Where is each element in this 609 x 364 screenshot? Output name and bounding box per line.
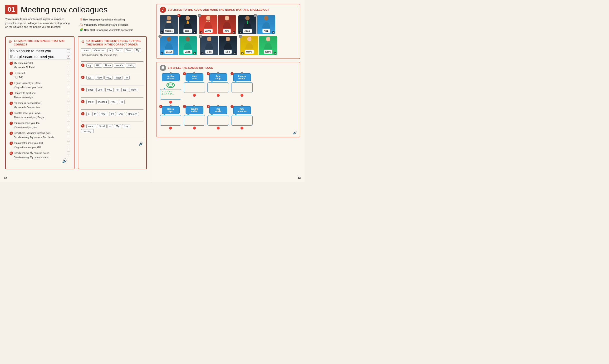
lesson-title: Meeting new colleagues (21, 5, 107, 14)
checkbox-6a[interactable] (67, 112, 70, 115)
item-num-6: 6 (207, 105, 210, 108)
spell-item-1: 1 AlexHann 🔴 (184, 73, 205, 104)
answer-line-3 (81, 93, 144, 98)
checkbox-5b[interactable] (67, 106, 70, 109)
exercise-1-2-box: ⚙ 1.2 REWRITE THE SENTENCES, PUTTING THE… (78, 36, 147, 169)
word-chip: meet (86, 100, 95, 104)
name-pair-1: 1 Jayne A (199, 15, 236, 34)
checkbox-2a[interactable] (67, 72, 70, 75)
word-chip: meet (99, 112, 108, 116)
word-bank-5: 5 a to meet It's you. pleasure (81, 112, 144, 116)
person-figure (163, 15, 175, 28)
spell-bubble-6 (207, 115, 229, 126)
checkbox-1a[interactable] (67, 62, 70, 65)
checkbox-3b[interactable] (67, 86, 70, 89)
checkbox-7b[interactable] (67, 126, 70, 129)
sentence-row-intro-1: It's pleasure to meet you. (9, 48, 71, 54)
checkbox-4b[interactable] (67, 96, 70, 99)
sentence-pair-2: 2Hi, I'm Jeff. Hi, I Jeff. (9, 71, 71, 80)
checkbox-10a[interactable] (67, 152, 70, 155)
item-3-name: FrancisPalmer (238, 75, 246, 80)
pair-num-5: 5 (239, 35, 242, 38)
checkbox-8a[interactable] (67, 131, 70, 135)
card-jane: Jane B (218, 15, 236, 34)
rewrite-num-3: 3 (81, 88, 84, 91)
exercise-1-4-box: 1.4 SPELL THE NAMES OUT LOUD AlishaSharm… (156, 62, 300, 137)
exercise-row: ⚙ 1.1 MARK THE SENTENCES THAT ARE CORREC… (5, 36, 147, 169)
rewrite-num-6: 6 (81, 124, 84, 128)
svg-point-11 (247, 37, 251, 41)
name-tag-pin (217, 105, 219, 107)
spell-row-2: 4 HansaSya 🔴 5 ZandraFellini (160, 106, 297, 130)
svg-point-5 (245, 16, 249, 20)
name-tag-pin (170, 72, 171, 74)
audio-dot-6: 🔴 (217, 127, 220, 130)
name-tag-pin (194, 72, 195, 74)
sentence-pair-8: 8Good hello. My name is Ben Lewis. Good … (9, 131, 71, 140)
name-tag-pin (170, 105, 171, 107)
checkbox-intro-2[interactable]: ✓ (67, 55, 70, 59)
spell-bubble-1 (184, 82, 205, 93)
ab-label-b: B (272, 31, 274, 34)
spell-item-3: 3 FrancisPalmer 🔴 (231, 73, 253, 104)
svg-point-2 (186, 16, 190, 20)
checkbox-intro-1[interactable] (67, 50, 70, 53)
ab-label-a: A (241, 52, 244, 54)
audio-icon-1-1[interactable]: 🔊 (5, 158, 67, 163)
ab-label-b: B (194, 52, 196, 54)
name-tag-pin (241, 105, 243, 107)
audio-icon-1-2[interactable]: 🔊 (81, 141, 144, 146)
checkbox-9b[interactable] (67, 146, 70, 149)
intro-row: You can use formal or informal English t… (5, 17, 147, 33)
checkbox-8b[interactable] (67, 136, 70, 139)
meta-language: ⚙ New language Alphabet and spelling (80, 17, 147, 22)
card-label-jayne: Jayne (204, 29, 213, 33)
checkbox-9a[interactable] (67, 142, 70, 145)
audio-icon-1-4[interactable]: 🔊 (160, 130, 297, 134)
item-num-3: 3 (231, 72, 233, 75)
bubble-arrow (234, 114, 237, 115)
exercise-1-1-header: ⚙ 1.1 MARK THE SENTENCES THAT ARE CORREC… (9, 39, 71, 46)
num-badge-2: 2 (10, 72, 13, 75)
checkbox-2b[interactable] (67, 76, 70, 79)
checkbox-7a[interactable] (67, 122, 70, 125)
language-value: Alphabet and spelling (101, 17, 125, 22)
checkbox-3a[interactable] (67, 82, 70, 85)
person-figure (202, 15, 214, 28)
ab-label-a: A (161, 31, 163, 34)
word-chip: to (119, 100, 125, 104)
lesson-number: 01 (5, 5, 17, 14)
example-name: AlishaSharma (167, 75, 174, 80)
svg-point-12 (266, 37, 270, 41)
ab-label-a: A (201, 52, 203, 54)
sentence-row-8b: Good morning. My name is Ben Lewis. (9, 135, 71, 140)
spell-bubble-example: A-L-I-S-H-AS-H-A-R-M-A (160, 89, 181, 100)
sentence-row-9b: It's great to meet you, Gill. (9, 145, 71, 150)
answer-line-5 (81, 117, 144, 122)
audio-dot-3: 🔴 (240, 94, 244, 97)
card-sarah: Sarah A (160, 36, 178, 55)
checkbox-6b[interactable] (67, 116, 70, 119)
bubble-arrow (163, 88, 166, 90)
checkbox-5a[interactable] (67, 102, 70, 105)
word-chip: you, (105, 88, 114, 92)
checkbox-1b[interactable] (67, 66, 70, 69)
sentence-row-8a: 8Good hello. My name is Ben Lewis. (9, 131, 71, 135)
item-6-name: RajDhabi (215, 108, 221, 113)
svg-point-4 (225, 16, 229, 20)
spell-item-2: 2 DevSingh 🔴 (207, 73, 229, 104)
rewrite-item-5: 5 a to meet It's you. pleasure (81, 112, 144, 122)
num-badge-8: 8 (10, 131, 13, 135)
item-num-2: 2 (207, 72, 210, 75)
sentence-pair-1: 1My name Ali Patel. My name's Ali Patel. (9, 61, 71, 70)
name-pair-example: George A Jorge B (160, 15, 197, 34)
checkbox-4a[interactable] (67, 91, 70, 95)
rewrite-num-5: 5 (81, 112, 84, 115)
sentence-pair-6: 6Great to meet you, Tanya. Pleasure to m… (9, 111, 71, 120)
spell-example: AlishaSharma A-L-I-S-H-AS-H-A-R-M-A 🔴 (160, 73, 181, 104)
spell-item-4: 4 HansaSya 🔴 (160, 106, 181, 130)
word-chip: my (86, 64, 93, 67)
person-figure (243, 36, 255, 49)
word-bank-4: 4 meet Pleased you. to (81, 100, 144, 104)
exercise-1-2-header: ⚙ 1.2 REWRITE THE SENTENCES, PUTTING THE… (81, 39, 144, 46)
